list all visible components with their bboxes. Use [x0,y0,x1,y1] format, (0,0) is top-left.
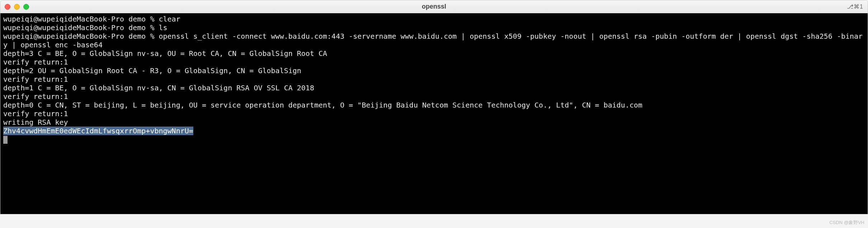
terminal-line: wupeiqi@wupeiqideMacBook-Pro demo % clea… [3,15,865,23]
tab-indicator: ⎇⌘1 [847,3,863,10]
terminal-line: depth=2 OU = GlobalSign Root CA - R3, O … [3,66,865,75]
terminal-line: verify return:1 [3,75,865,84]
cursor-icon [3,136,8,144]
close-icon[interactable] [5,4,10,10]
maximize-icon[interactable] [23,4,29,10]
terminal-window: openssl ⎇⌘1 wupeiqi@wupeiqideMacBook-Pro… [0,0,868,214]
terminal-line: Zhv4cvwdHmEmE0edWEcIdmLfwsqxrrOmp+vbngwN… [3,127,865,135]
terminal-line: wupeiqi@wupeiqideMacBook-Pro demo % ls [3,23,865,32]
selected-text[interactable]: Zhv4cvwdHmEmE0edWEcIdmLfwsqxrrOmp+vbngwN… [3,127,193,135]
cursor-line [3,135,865,144]
terminal-line: depth=0 C = CN, ST = beijing, L = beijin… [3,101,865,109]
terminal-line: depth=3 C = BE, O = GlobalSign nv-sa, OU… [3,49,865,58]
terminal-content[interactable]: wupeiqi@wupeiqideMacBook-Pro demo % clea… [0,13,868,214]
terminal-line: verify return:1 [3,92,865,101]
window-title: openssl [422,3,446,10]
terminal-line: wupeiqi@wupeiqideMacBook-Pro demo % open… [3,32,865,49]
minimize-icon[interactable] [14,4,20,10]
titlebar[interactable]: openssl ⎇⌘1 [0,0,868,13]
terminal-line: writing RSA key [3,118,865,127]
terminal-line: depth=1 C = BE, O = GlobalSign nv-sa, CN… [3,84,865,92]
terminal-line: verify return:1 [3,109,865,118]
terminal-line: verify return:1 [3,58,865,66]
traffic-lights [5,4,29,10]
